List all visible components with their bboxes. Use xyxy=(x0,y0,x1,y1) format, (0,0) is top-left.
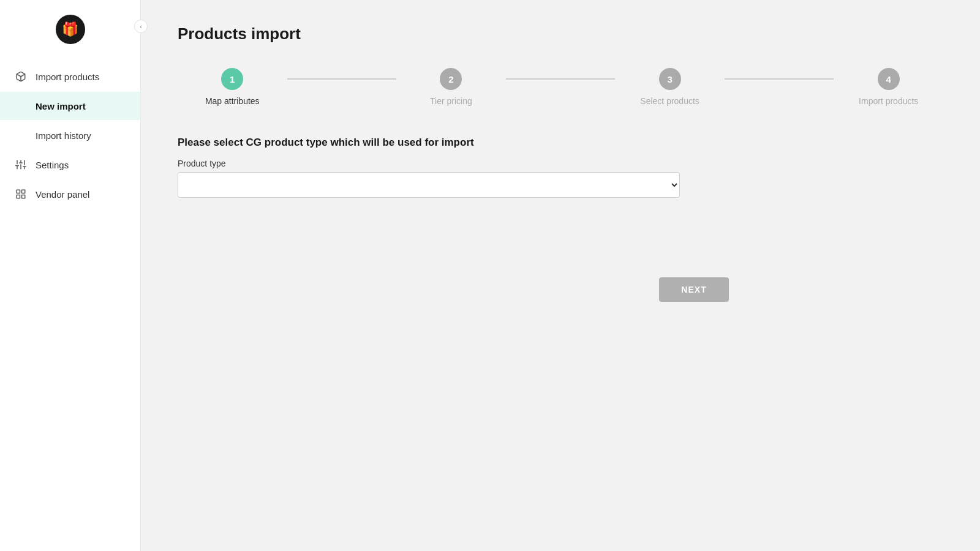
collapse-button[interactable]: ‹ xyxy=(134,20,148,33)
sidebar-item-label: Settings xyxy=(36,160,69,170)
page-title: Products import xyxy=(178,24,943,43)
step-3-label: Select products xyxy=(640,96,699,106)
sidebar-item-import-products[interactable]: Import products xyxy=(0,62,140,91)
new-import-icon xyxy=(15,100,27,112)
connector-1-2 xyxy=(287,78,397,80)
step-import-products: 4 Import products xyxy=(834,68,943,106)
connector-3-4 xyxy=(725,78,834,80)
sidebar-nav: Import products New import Import histor… xyxy=(0,62,140,208)
product-type-select[interactable] xyxy=(178,172,680,198)
footer-actions: NEXT xyxy=(178,277,729,302)
sidebar-item-import-history[interactable]: Import history xyxy=(0,121,140,149)
sidebar-item-label: Vendor panel xyxy=(36,189,89,200)
step-4-circle: 4 xyxy=(878,68,900,90)
step-2-label: Tier pricing xyxy=(430,96,472,106)
sidebar-item-vendor-panel[interactable]: Vendor panel xyxy=(0,180,140,208)
svg-rect-12 xyxy=(22,195,25,198)
logo-icon: 🎁 xyxy=(56,15,85,44)
grid-icon xyxy=(15,188,27,200)
sidebar-item-label: New import xyxy=(36,101,86,111)
form-heading: Please select CG product type which will… xyxy=(178,137,729,149)
step-3-circle: 3 xyxy=(659,68,681,90)
step-1-circle: 1 xyxy=(221,68,243,90)
step-select-products: 3 Select products xyxy=(615,68,725,106)
sidebar: 🎁 ‹ Import products New import Import hi… xyxy=(0,0,141,551)
connector-2-3 xyxy=(506,78,616,80)
sidebar-item-settings[interactable]: Settings xyxy=(0,151,140,179)
stepper: 1 Map attributes 2 Tier pricing 3 Select… xyxy=(178,68,943,106)
step-tier-pricing: 2 Tier pricing xyxy=(396,68,506,106)
svg-rect-10 xyxy=(17,190,20,193)
package-icon xyxy=(15,70,27,83)
step-1-label: Map attributes xyxy=(205,96,260,106)
sidebar-item-label: Import history xyxy=(36,130,91,141)
sidebar-item-new-import[interactable]: New import xyxy=(0,92,140,120)
step-4-label: Import products xyxy=(859,96,918,106)
svg-rect-11 xyxy=(22,190,25,193)
import-history-icon xyxy=(15,129,27,141)
next-button[interactable]: NEXT xyxy=(659,277,729,302)
step-map-attributes: 1 Map attributes xyxy=(178,68,287,106)
svg-rect-13 xyxy=(17,195,20,198)
sliders-icon xyxy=(15,159,27,171)
product-type-label: Product type xyxy=(178,159,729,168)
main-content: Products import 1 Map attributes 2 Tier … xyxy=(141,0,980,551)
sidebar-logo: 🎁 xyxy=(0,0,140,56)
sidebar-item-label: Import products xyxy=(36,72,99,82)
step-2-circle: 2 xyxy=(440,68,462,90)
form-section: Please select CG product type which will… xyxy=(178,137,729,198)
